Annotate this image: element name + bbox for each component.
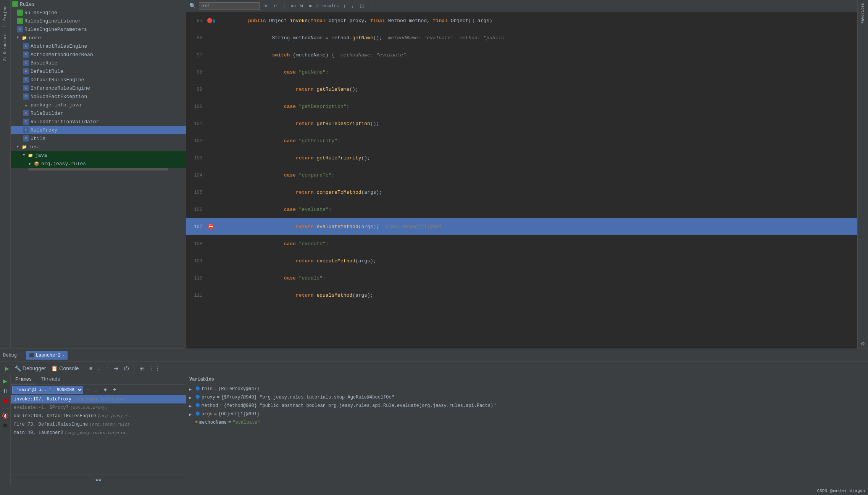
glasses-button[interactable]: 👓 xyxy=(93,476,103,484)
settings-gear[interactable]: ⚙ xyxy=(1,421,10,430)
settings-button[interactable]: ⋮⋮ xyxy=(147,364,162,373)
tree-item-label: Utils xyxy=(31,136,45,141)
resume-button[interactable]: ▶ xyxy=(3,364,11,373)
code-line-104: 104 case "compareTo": xyxy=(186,167,857,184)
tree-item-basicrule[interactable]: C BasicRule xyxy=(11,59,186,67)
debug-session-tab[interactable]: ⬛ Launcher2 ✕ xyxy=(26,351,68,360)
tree-item-nosuchfact[interactable]: C NoSuchFactException xyxy=(11,92,186,101)
frame-location: (org.jeasy.rules.tutoria. xyxy=(65,431,128,435)
code-line-106: 106 case "evaluate": xyxy=(186,201,857,218)
prev-result-button[interactable]: ↩ xyxy=(272,3,279,9)
frame-item-evaluate[interactable]: evaluate:-1, $Proxy7 (com.sun.proxy) xyxy=(11,403,186,412)
close-search-button[interactable]: ✕ xyxy=(263,3,269,9)
tree-item-ruleproxy[interactable]: C RuleProxy xyxy=(11,126,186,134)
frame-up-button[interactable]: ↑ xyxy=(85,386,91,394)
line-num-110: 110 xyxy=(186,276,205,281)
thread-dropdown[interactable]: "main"@1 i...": RUNNING xyxy=(12,386,83,394)
frame-add-button[interactable]: + xyxy=(111,386,118,393)
frame-item-main[interactable]: main:49, Launcher2 (org.jeasy.rules.tuto… xyxy=(11,429,186,437)
tree-item-rulebuilder[interactable]: C RuleBuilder xyxy=(11,109,186,117)
var-name-proxy: proxy xyxy=(202,395,215,400)
more-options-button[interactable]: ⋮ xyxy=(368,3,376,9)
tab-threads[interactable]: Threads xyxy=(36,375,65,384)
line-num-95: 95 xyxy=(186,18,205,24)
tree-item-label: DefaultRulesEngine xyxy=(31,77,84,83)
console-tab-button[interactable]: 📋 Console xyxy=(49,364,81,373)
step-over-button[interactable]: ≡ xyxy=(87,364,94,373)
folder-icon: 📁 xyxy=(21,35,27,41)
debug-content: ▶ ⏸ ⏹ 🔇 ⚙ Frames Threads "main"@1 i...":… xyxy=(0,375,868,486)
var-item-methodname[interactable]: ▶ ≡ methodName = "evaluate" xyxy=(186,419,868,428)
debugger-tab-button[interactable]: 🔧 Debugger xyxy=(13,364,48,373)
tree-item-defaultrule[interactable]: C DefaultRule xyxy=(11,67,186,76)
frame-item-dofire[interactable]: doFire:100, DefaultRulesEngine (org.jeas… xyxy=(11,412,186,420)
replace-button[interactable]: ⬚ xyxy=(358,3,365,9)
evaluate-button[interactable]: ⟨/⟩ xyxy=(122,364,131,373)
gutter-95[interactable]: 🔴 @ xyxy=(205,18,217,24)
tree-item-defaultrulesengine[interactable]: C DefaultRulesEngine xyxy=(11,76,186,84)
line-code-95: public Object invoke(final Object proxy,… xyxy=(217,12,857,29)
tree-item-java[interactable]: ▼ 📁 java xyxy=(11,151,186,159)
var-item-this[interactable]: ▶ 🔵 this = {RuleProxy@947} xyxy=(186,386,868,394)
line-code-105: return compareToMethod(args); xyxy=(217,184,857,201)
expand-icon-args[interactable]: ▶ xyxy=(189,412,194,417)
step-into-button[interactable]: ↓ xyxy=(96,364,102,373)
tree-item-rulesengineparameters[interactable]: C RulesEngineParameters xyxy=(11,25,186,34)
var-item-args[interactable]: ▶ 🔵 args = {Object[1]@991} xyxy=(186,411,868,419)
project-tab[interactable]: 1: Project xyxy=(2,2,8,31)
prev-match-button[interactable]: ↑ xyxy=(342,3,347,9)
code-line-102: 102 case "getPriority": xyxy=(186,132,857,149)
line-num-105: 105 xyxy=(186,190,205,195)
interface-icon: C xyxy=(12,1,18,7)
pause-button[interactable]: ⏸ xyxy=(1,387,10,395)
frame-location: (org.jeasy.rules xyxy=(89,422,130,427)
tree-item-packageinfo[interactable]: ☕ package-info.java xyxy=(11,101,186,109)
frame-label: main:49, Launcher2 xyxy=(14,430,63,436)
run-button[interactable]: ▶ xyxy=(1,377,10,385)
expand-icon-proxy[interactable]: ▶ xyxy=(189,395,194,400)
tree-item-inferencerulesengine[interactable]: C InferenceRulesEngine xyxy=(11,84,186,92)
tree-item-rulesengine[interactable]: I RulesEngine xyxy=(11,8,186,17)
settings-icon[interactable]: ⚙ xyxy=(861,341,864,347)
tree-item-label: ActionMethodOrderBean xyxy=(31,52,93,58)
expand-icon-this[interactable]: ▶ xyxy=(189,387,194,392)
line-code-100: case "getDescription": xyxy=(217,98,857,115)
class-icon: C xyxy=(23,68,29,74)
tree-item-utils[interactable]: C Utils xyxy=(11,134,186,143)
tree-item-test[interactable]: ▼ 📁 test xyxy=(11,143,186,151)
code-content[interactable]: 95 🔴 @ public Object invoke(final Object… xyxy=(186,12,857,349)
line-code-107: return evaluateMethod(args); args: Objec… xyxy=(217,218,857,235)
tree-item-rulesenginelistener[interactable]: I RulesEngineListener xyxy=(11,17,186,25)
debug-run-controls: ▶ ⏸ ⏹ 🔇 ⚙ xyxy=(0,375,11,486)
var-eq-this: = xyxy=(214,386,217,392)
restore-layout-button[interactable]: ⊞ xyxy=(137,364,146,373)
tree-item-abstract[interactable]: C AbstractRulesEngine xyxy=(11,42,186,50)
tree-item-orgjeasyrules[interactable]: ▶ 📦 org.jeasy.rules xyxy=(11,159,186,168)
tree-item-rules[interactable]: C Rules xyxy=(11,0,186,8)
code-line-96: 96 String methodName = method.getName();… xyxy=(186,29,857,47)
close-debug-tab-button[interactable]: ✕ xyxy=(62,353,65,358)
frame-filter-button[interactable]: ▼ xyxy=(101,386,110,394)
var-item-method[interactable]: ▶ 🔵 method = {Method@990} "public abstra… xyxy=(186,402,868,411)
gutter-107[interactable]: ⛔ xyxy=(205,223,217,230)
tree-item-core[interactable]: ▼ 📁 core xyxy=(11,34,186,42)
tab-frames[interactable]: Frames xyxy=(11,375,36,384)
structure-tab[interactable]: 2: Structure xyxy=(2,31,8,64)
frame-item-invoke[interactable]: invoke:107, RuleProxy (org.jeasy.rules.c… xyxy=(11,395,186,403)
expand-icon-method[interactable]: ▶ xyxy=(189,404,194,408)
search-input[interactable] xyxy=(199,2,260,10)
stop-button[interactable]: ⏹ xyxy=(1,397,10,405)
frame-item-fire[interactable]: fire:73, DefaultRulesEngine (org.jeasy.r… xyxy=(11,420,186,429)
mute-button[interactable]: 🔇 xyxy=(1,411,10,420)
favorites-label[interactable]: Favorites xyxy=(860,0,866,27)
run-to-cursor-button[interactable]: ⇥ xyxy=(112,364,120,373)
left-sidebar-tabs: 1: Project 2: Structure xyxy=(0,0,11,349)
line-code-103: return getRulePriority(); xyxy=(217,149,857,167)
tree-item-ruledefinitionvalidator[interactable]: C RuleDefinitionValidator xyxy=(11,117,186,126)
line-num-99: 99 xyxy=(186,87,205,92)
frame-down-button[interactable]: ↓ xyxy=(93,386,99,394)
next-match-button[interactable]: ↓ xyxy=(350,3,355,9)
step-out-button[interactable]: ↑ xyxy=(104,364,110,373)
tree-item-action[interactable]: C ActionMethodOrderBean xyxy=(11,50,186,59)
var-item-proxy[interactable]: ▶ 🔵 proxy = {$Proxy7@949} "org.jeasy.rul… xyxy=(186,394,868,402)
